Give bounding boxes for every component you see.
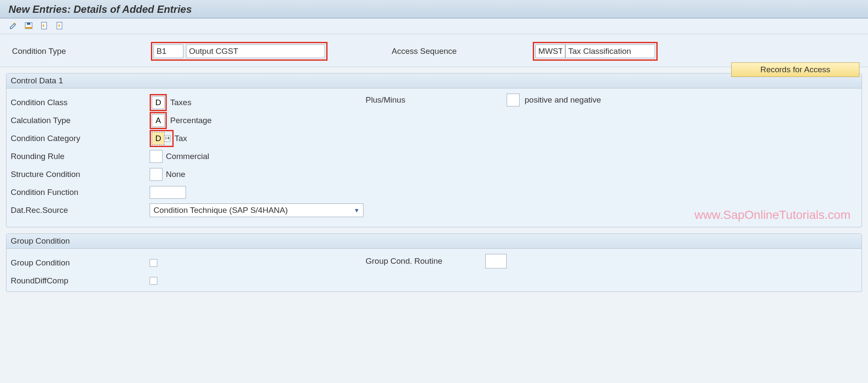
next-entry-icon[interactable] [55,21,64,30]
dat-rec-source-label: Dat.Rec.Source [11,206,150,215]
rounddiffcomp-checkbox[interactable] [150,277,157,285]
structure-condition-desc: None [166,170,185,179]
structure-condition-input[interactable] [150,168,162,181]
condition-class-highlight [150,94,167,111]
header-row: Condition Type Access Sequence Records f… [0,34,868,67]
title-bar: New Entries: Details of Added Entries [0,0,868,18]
condition-class-desc: Taxes [170,98,192,107]
access-sequence-highlight [533,42,658,61]
group-cond-routine-row: Group Cond. Routine [366,254,507,268]
calculation-type-input[interactable] [152,114,165,127]
condition-class-label: Condition Class [11,98,150,107]
rounding-rule-desc: Commercial [166,152,209,161]
calculation-type-highlight [150,112,167,129]
calculation-type-desc: Percentage [170,116,212,125]
toolbar [0,18,868,34]
plus-minus-label: Plus/Minus [366,95,507,105]
condition-type-label: Condition Type [12,47,151,56]
watermark: www.SapOnlineTutorials.com [694,208,850,222]
group-cond-routine-input[interactable] [485,254,507,268]
control-data-1-panel: Control Data 1 Plus/Minus positive and n… [6,73,862,227]
plus-minus-desc: positive and negative [525,95,601,105]
condition-class-input[interactable] [152,96,165,109]
change-icon[interactable] [9,21,18,30]
group-condition-panel: Group Condition Group Cond. Routine Grou… [6,233,862,292]
chevron-down-icon: ▼ [354,207,360,214]
f4-help-icon[interactable] [164,135,171,142]
svg-rect-7 [168,137,169,139]
group-cond-routine-label: Group Cond. Routine [366,256,485,266]
records-for-access-button[interactable]: Records for Access [731,62,859,77]
access-sequence-code-input[interactable] [535,44,565,58]
group-condition-title: Group Condition [6,234,862,249]
condition-category-desc: Tax [174,134,187,143]
dat-rec-source-select[interactable]: Condition Technique (SAP S/4HANA) ▼ [150,203,363,217]
dat-rec-source-value: Condition Technique (SAP S/4HANA) [154,206,288,215]
condition-category-input[interactable] [152,132,165,145]
page-title: New Entries: Details of Added Entries [9,3,192,15]
condition-type-desc-input[interactable] [186,44,325,58]
condition-category-label: Condition Category [11,134,150,143]
access-sequence-desc-input[interactable] [565,44,655,58]
plus-minus-input[interactable] [507,94,520,106]
save-icon[interactable] [24,21,33,30]
svg-rect-1 [25,27,32,29]
access-sequence-label: Access Sequence [392,47,533,56]
previous-entry-icon[interactable] [39,21,49,30]
rounddiffcomp-label: RoundDiffComp [11,276,150,286]
calculation-type-label: Calculation Type [11,116,150,125]
plus-minus-row: Plus/Minus positive and negative [366,94,601,106]
condition-category-highlight [150,130,174,147]
rounding-rule-input[interactable] [150,150,162,163]
condition-function-label: Condition Function [11,188,150,197]
condition-function-input[interactable] [150,186,186,199]
condition-type-highlight [151,42,328,61]
condition-type-code-input[interactable] [154,44,183,58]
svg-rect-5 [165,137,167,138]
structure-condition-label: Structure Condition [11,170,150,179]
rounding-rule-label: Rounding Rule [11,152,150,161]
svg-rect-6 [165,138,167,139]
group-condition-label: Group Condition [11,258,150,268]
group-condition-checkbox[interactable] [150,259,157,267]
